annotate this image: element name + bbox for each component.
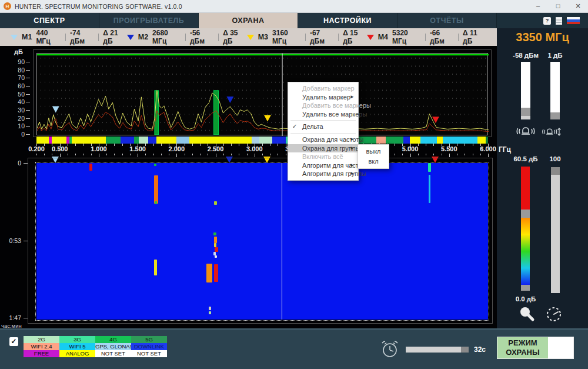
legend-cell: FREE bbox=[24, 350, 59, 357]
level-threshold-slider[interactable] bbox=[521, 62, 530, 119]
title-bar: H HUNTER. SPECTRUM MONITORING SOFTWARE. … bbox=[0, 0, 588, 13]
x-tick bbox=[457, 154, 457, 155]
waterfall[interactable] bbox=[36, 163, 488, 320]
legend-cell: NOT SET bbox=[131, 350, 167, 357]
russian-flag-icon[interactable] bbox=[567, 17, 580, 25]
band-segment bbox=[420, 137, 437, 144]
x-tick bbox=[270, 154, 270, 155]
waterfall-signal bbox=[214, 237, 217, 243]
band-segment bbox=[443, 137, 477, 144]
y-tick-label: 80 bbox=[5, 67, 25, 74]
x-tick-label: 6.000 bbox=[480, 145, 496, 152]
submenu-arrow-icon: ► bbox=[350, 161, 355, 170]
report-icon[interactable] bbox=[556, 17, 562, 25]
chart-marker-m3[interactable] bbox=[264, 115, 271, 121]
guard-mode-button[interactable]: РЕЖИМ ОХРАНЫ bbox=[497, 337, 574, 359]
tab-спектр[interactable]: СПЕКТР bbox=[0, 13, 99, 28]
x-tick bbox=[83, 144, 83, 146]
context-menu-item[interactable]: Удалить маркер► bbox=[288, 93, 358, 102]
gauge-tool-icon[interactable] bbox=[544, 305, 564, 324]
close-button[interactable]: ✕ bbox=[568, 0, 588, 13]
x-tick bbox=[200, 144, 201, 146]
timer-icon[interactable] bbox=[380, 340, 400, 360]
guard-mode-button-indicator bbox=[548, 337, 573, 358]
context-submenu-item[interactable]: выкл bbox=[358, 147, 389, 157]
guard-mode-button-label: РЕЖИМ ОХРАНЫ bbox=[497, 337, 548, 358]
legend-cell: DOWNLINK bbox=[131, 343, 167, 350]
context-submenu: выклвкл bbox=[358, 144, 389, 169]
x-tick bbox=[130, 154, 131, 155]
context-menu-item[interactable]: ✓Дельта bbox=[288, 122, 358, 131]
context-menu-item[interactable]: Добавить все маркеры bbox=[288, 101, 358, 110]
marker-delta: Δ 35 дБ bbox=[223, 29, 247, 45]
marker-frequency: 3160 МГц bbox=[272, 29, 301, 45]
minimize-button[interactable]: – bbox=[528, 0, 548, 13]
x-tick bbox=[480, 154, 481, 155]
delta-meter-label: 1 дБ bbox=[534, 52, 576, 59]
alarm-level-icon[interactable] bbox=[516, 125, 536, 144]
separator bbox=[185, 34, 186, 41]
x-tick bbox=[270, 144, 270, 146]
marker-level: -66 дБм bbox=[430, 29, 454, 45]
menu-separator bbox=[290, 120, 356, 121]
band-segment bbox=[139, 137, 148, 144]
zoom-tool-icon[interactable] bbox=[517, 305, 537, 324]
x-tick-label: 1.000 bbox=[91, 145, 107, 152]
chart-marker-m1[interactable] bbox=[52, 106, 59, 112]
band-segment bbox=[259, 137, 272, 144]
waterfall-signal bbox=[154, 164, 156, 166]
legend-cell: NOT SET bbox=[95, 350, 131, 357]
tab-проигрыватель[interactable]: ПРОИГРЫВАТЕЛЬ bbox=[99, 13, 199, 28]
alarm-delta-icon[interactable] bbox=[542, 125, 562, 144]
history-slider[interactable] bbox=[551, 167, 560, 293]
x-tick bbox=[262, 154, 263, 155]
waterfall-signal bbox=[209, 311, 211, 314]
context-menu-item[interactable]: Удалить все маркеры bbox=[288, 110, 358, 119]
waterfall-signal bbox=[213, 232, 216, 235]
band-segment bbox=[376, 137, 386, 144]
band-segment bbox=[148, 137, 156, 144]
interval-slider[interactable] bbox=[406, 347, 469, 353]
separator bbox=[425, 34, 426, 41]
delta-threshold-slider[interactable] bbox=[550, 62, 560, 119]
separator bbox=[98, 34, 99, 41]
y-tick-label: 10 bbox=[5, 122, 25, 129]
x-tick bbox=[433, 144, 434, 146]
maximize-button[interactable]: □ bbox=[548, 0, 568, 13]
legend-checkbox[interactable]: ✓ bbox=[9, 337, 18, 346]
context-menu-item[interactable]: Алгоритм для частоты► bbox=[288, 161, 358, 170]
tab-настройки[interactable]: НАСТРОЙКИ bbox=[298, 13, 397, 28]
color-scale-slider[interactable] bbox=[521, 167, 530, 291]
waterfall-signal bbox=[209, 307, 211, 310]
context-submenu-item[interactable]: вкл bbox=[358, 157, 389, 167]
chart-marker-m2[interactable] bbox=[226, 97, 233, 103]
help-button[interactable]: ? bbox=[543, 17, 551, 25]
tab-отчёты[interactable]: ОТЧЁТЫ bbox=[397, 13, 497, 28]
marker-level: -56 дБм bbox=[190, 29, 214, 45]
marker-delta: Δ 21 дБ bbox=[103, 29, 126, 45]
x-tick bbox=[255, 154, 255, 157]
x-tick bbox=[433, 154, 434, 155]
context-menu-item[interactable]: Алгоритм для группы► bbox=[288, 169, 358, 178]
waterfall-signal bbox=[89, 164, 92, 171]
context-menu-item[interactable]: Добавить маркер bbox=[288, 84, 358, 93]
marker-info-m4: M45320 МГц-66 дБмΔ 11 дБ bbox=[367, 29, 486, 45]
counter-label: 100 bbox=[534, 155, 576, 162]
tab-охрана[interactable]: ОХРАНА bbox=[199, 13, 298, 28]
x-tick bbox=[200, 154, 201, 155]
context-menu-item[interactable]: Включить всё bbox=[288, 152, 358, 161]
x-tick bbox=[75, 144, 76, 146]
separator bbox=[338, 34, 339, 41]
context-menu-item[interactable]: Охрана для частоты► bbox=[288, 135, 358, 144]
y-tick-label: 0 bbox=[5, 131, 25, 138]
x-tick bbox=[418, 154, 419, 155]
spectrum-plot[interactable] bbox=[36, 53, 488, 135]
waterfall-signal bbox=[154, 260, 157, 275]
context-menu-item[interactable]: Охрана для группы► bbox=[288, 144, 358, 153]
legend-row: FREEANALOGNOT SETNOT SET bbox=[24, 350, 167, 357]
x-tick bbox=[473, 144, 473, 146]
interval-slider-handle[interactable] bbox=[461, 347, 469, 353]
x-tick bbox=[488, 154, 489, 157]
band-segment bbox=[72, 137, 106, 144]
x-tick bbox=[231, 144, 232, 146]
